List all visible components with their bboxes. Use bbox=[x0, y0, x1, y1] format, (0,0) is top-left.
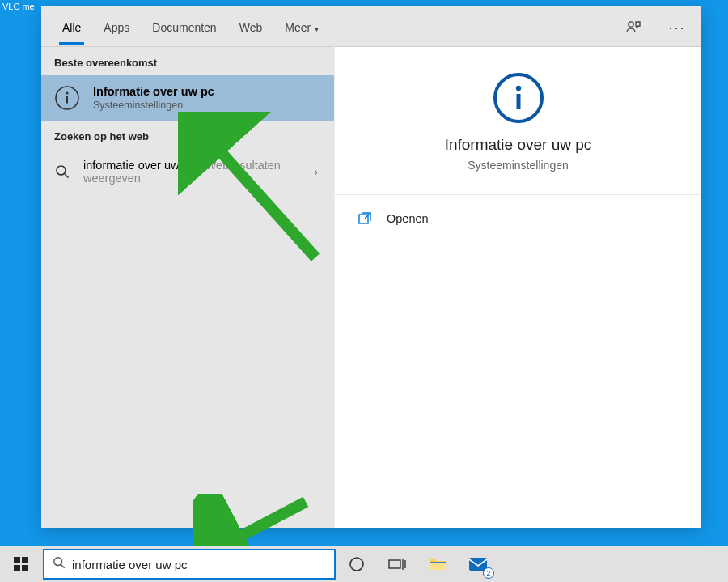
search-icon bbox=[53, 556, 66, 572]
web-search-header: Zoeken op het web bbox=[41, 121, 334, 149]
result-subtitle: Systeeminstellingen bbox=[93, 100, 323, 111]
taskbar: 2 bbox=[0, 546, 728, 582]
cortana-icon[interactable] bbox=[337, 546, 376, 582]
web-result-title: informatie over uw pc - Webresultaten we… bbox=[83, 159, 298, 185]
tab-more[interactable]: Meer ▾ bbox=[273, 10, 330, 44]
info-icon bbox=[53, 83, 82, 113]
svg-point-0 bbox=[629, 22, 633, 27]
feedback-icon[interactable] bbox=[619, 13, 648, 42]
chevron-right-icon: › bbox=[309, 165, 323, 178]
detail-subtitle: Systeeminstellingen bbox=[468, 159, 569, 172]
svg-point-2 bbox=[66, 91, 68, 94]
taskbar-search-box[interactable] bbox=[43, 549, 336, 580]
search-results-panel: Alle Apps Documenten Web Meer ▾ ··· Best… bbox=[41, 6, 701, 528]
search-icon bbox=[53, 157, 72, 186]
results-left-column: Beste overeenkomst Informatie over uw pc… bbox=[41, 47, 334, 528]
tab-web[interactable]: Web bbox=[228, 10, 274, 44]
svg-rect-23 bbox=[430, 562, 446, 563]
svg-rect-3 bbox=[66, 96, 68, 104]
svg-rect-19 bbox=[389, 560, 400, 568]
svg-point-7 bbox=[515, 86, 520, 91]
detail-title: Informatie over uw pc bbox=[445, 136, 592, 154]
info-icon-large bbox=[492, 71, 545, 125]
tab-documents[interactable]: Documenten bbox=[141, 10, 227, 44]
mail-badge: 2 bbox=[483, 567, 494, 579]
tab-all[interactable]: Alle bbox=[51, 10, 92, 44]
open-icon bbox=[358, 211, 372, 226]
svg-line-5 bbox=[65, 174, 69, 178]
start-button[interactable] bbox=[1, 546, 41, 582]
chevron-down-icon: ▾ bbox=[312, 24, 319, 33]
file-explorer-icon[interactable] bbox=[418, 546, 457, 582]
svg-rect-15 bbox=[22, 565, 28, 571]
detail-pane: Informatie over uw pc Systeeminstellinge… bbox=[334, 47, 701, 528]
more-options-icon[interactable]: ··· bbox=[662, 13, 692, 42]
svg-rect-8 bbox=[516, 94, 520, 109]
svg-rect-12 bbox=[14, 557, 20, 563]
svg-rect-13 bbox=[22, 557, 28, 563]
result-title: Informatie over uw pc bbox=[93, 85, 323, 98]
svg-rect-14 bbox=[14, 565, 20, 571]
mail-icon[interactable]: 2 bbox=[459, 546, 497, 582]
svg-point-4 bbox=[57, 166, 66, 175]
svg-point-16 bbox=[54, 558, 62, 566]
open-action[interactable]: Openen bbox=[358, 203, 679, 234]
best-match-result[interactable]: Informatie over uw pc Systeeminstellinge… bbox=[41, 75, 334, 121]
task-view-icon[interactable] bbox=[378, 546, 417, 582]
svg-rect-9 bbox=[359, 215, 368, 223]
search-tabs-bar: Alle Apps Documenten Web Meer ▾ ··· bbox=[41, 6, 701, 47]
svg-point-18 bbox=[350, 558, 363, 571]
tab-apps[interactable]: Apps bbox=[92, 10, 141, 44]
svg-line-17 bbox=[61, 565, 65, 568]
best-match-header: Beste overeenkomst bbox=[41, 47, 334, 75]
web-result[interactable]: informatie over uw pc - Webresultaten we… bbox=[41, 149, 334, 194]
search-input[interactable] bbox=[72, 558, 326, 571]
vlc-window-label: VLC me bbox=[2, 2, 35, 11]
open-label: Openen bbox=[387, 212, 429, 225]
